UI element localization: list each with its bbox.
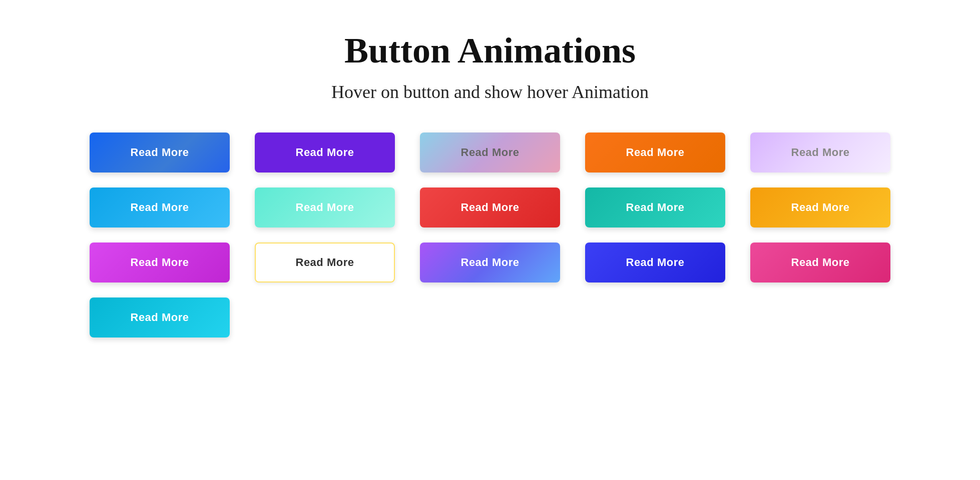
read-more-button-2[interactable]: Read More <box>255 132 395 172</box>
read-more-button-6[interactable]: Read More <box>90 188 230 228</box>
page-title: Button Animations <box>344 30 636 72</box>
read-more-button-4[interactable]: Read More <box>585 132 725 172</box>
button-grid: Read More Read More Read More Read More … <box>65 132 915 338</box>
read-more-button-10[interactable]: Read More <box>750 188 890 228</box>
read-more-button-5[interactable]: Read More <box>750 132 890 172</box>
read-more-button-13[interactable]: Read More <box>420 242 560 282</box>
read-more-button-8[interactable]: Read More <box>420 188 560 228</box>
read-more-button-9[interactable]: Read More <box>585 188 725 228</box>
read-more-button-7[interactable]: Read More <box>255 188 395 228</box>
read-more-button-16[interactable]: Read More <box>90 298 230 338</box>
page-subtitle: Hover on button and show hover Animation <box>331 82 649 102</box>
read-more-button-15[interactable]: Read More <box>750 242 890 282</box>
read-more-button-11[interactable]: Read More <box>90 242 230 282</box>
read-more-button-1[interactable]: Read More <box>90 132 230 172</box>
read-more-button-3[interactable]: Read More <box>420 132 560 172</box>
read-more-button-14[interactable]: Read More <box>585 242 725 282</box>
read-more-button-12[interactable]: Read More <box>255 242 395 282</box>
